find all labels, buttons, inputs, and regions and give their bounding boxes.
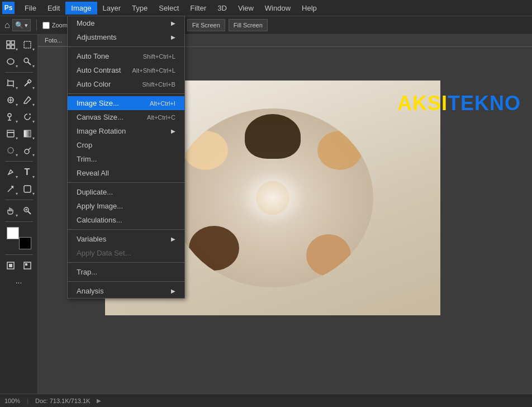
shortcut-auto-tone: Shift+Ctrl+L <box>143 53 175 60</box>
menu-separator-3 <box>68 182 184 183</box>
fill-screen-button[interactable]: Fill Screen <box>229 19 268 31</box>
quick-select-tool[interactable]: ▾ <box>20 54 35 69</box>
svg-rect-18 <box>7 132 14 137</box>
spot-heal-tool[interactable]: ▾ <box>3 92 18 108</box>
menu-separator-1 <box>68 46 184 47</box>
menu-item-variables[interactable]: Variables ▶ <box>68 232 184 246</box>
svg-rect-1 <box>11 41 15 44</box>
tool-divider-4 <box>5 221 33 222</box>
tool-row-10: ▾ <box>3 203 35 219</box>
menu-filter[interactable]: Filter <box>184 2 212 15</box>
menu-file[interactable]: File <box>19 2 42 15</box>
hand-tool[interactable]: ▾ <box>3 203 18 219</box>
watermark-aksi: AKSI <box>397 92 448 115</box>
brush-tool[interactable]: ▾ <box>20 92 35 108</box>
svg-rect-2 <box>7 45 10 49</box>
tool-row-6: ▾ ▾ <box>3 126 35 141</box>
gradient-tool[interactable]: ▾ <box>20 126 35 141</box>
menu-item-auto-tone[interactable]: Auto Tone Shift+Ctrl+L <box>68 49 184 63</box>
svg-rect-30 <box>9 264 12 267</box>
tool-row-2: ▾ ▾ <box>3 54 35 69</box>
menu-item-apply-image[interactable]: Apply Image... <box>68 199 184 213</box>
menu-item-image-size[interactable]: Image Size... Alt+Ctrl+I <box>68 96 184 110</box>
canvas-tab[interactable]: Foto... <box>38 35 69 46</box>
svg-rect-20 <box>24 130 31 137</box>
shape-tool[interactable]: ▾ <box>20 181 35 197</box>
shortcut-auto-color: Shift+Ctrl+B <box>142 81 175 88</box>
menu-item-adjustments[interactable]: Adjustments ▶ <box>68 30 184 44</box>
home-icon[interactable]: ⌂ <box>4 20 10 30</box>
zoom-input-group[interactable]: 🔍 ▾ <box>12 19 31 31</box>
shortcut-auto-contrast: Alt+Shift+Ctrl+L <box>132 67 175 74</box>
eyedropper-tool[interactable]: ▾ <box>20 75 35 91</box>
status-divider: | <box>27 397 28 404</box>
svg-point-17 <box>8 113 11 117</box>
menu-item-auto-contrast[interactable]: Auto Contrast Alt+Shift+Ctrl+L <box>68 63 184 77</box>
extra-tools[interactable]: ··· <box>11 275 27 290</box>
screen-mode-tool[interactable] <box>20 258 35 273</box>
svg-rect-3 <box>11 45 15 49</box>
menu-item-trap[interactable]: Trap... <box>68 265 184 279</box>
blur-tool[interactable]: ▾ <box>3 143 18 158</box>
menu-item-calculations[interactable]: Calculations... <box>68 213 184 227</box>
history-brush-tool[interactable]: ▾ <box>20 109 35 125</box>
selection-tool[interactable]: ▾ <box>20 37 35 53</box>
toolbar-divider-1 <box>36 20 37 31</box>
crop-tool[interactable]: ▾ <box>3 75 18 91</box>
menu-type[interactable]: Type <box>126 2 153 15</box>
svg-line-23 <box>28 148 31 150</box>
svg-point-22 <box>25 149 29 154</box>
shortcut-canvas-size: Alt+Ctrl+C <box>147 114 175 121</box>
menu-3d[interactable]: 3D <box>212 2 232 15</box>
zoom-all-windows-input[interactable] <box>42 22 50 29</box>
fit-screen-button[interactable]: Fit Screen <box>187 19 225 31</box>
svg-rect-24 <box>24 186 31 192</box>
person-bottom-left <box>189 226 239 271</box>
menu-bar: Ps File Edit Image Layer Type Select Fil… <box>0 0 532 16</box>
tool-row-5: ▾ ▾ <box>3 109 35 125</box>
status-bar: 100% | Doc: 713.1K/713.1K ▶ <box>0 394 532 407</box>
menu-help[interactable]: Help <box>296 2 322 15</box>
image-dropdown-menu: Mode ▶ Adjustments ▶ Auto Tone Shift+Ctr… <box>67 16 185 299</box>
path-select-tool[interactable]: ▾ <box>3 181 18 197</box>
tool-divider-1 <box>5 72 33 73</box>
foreground-color[interactable] <box>7 227 19 239</box>
menu-select[interactable]: Select <box>153 2 184 15</box>
status-zoom: 100% <box>4 397 20 404</box>
zoom-tool[interactable] <box>20 203 35 219</box>
menu-item-mode[interactable]: Mode ▶ <box>68 16 184 30</box>
menu-item-analysis[interactable]: Analysis ▶ <box>68 284 184 298</box>
shortcut-image-size: Alt+Ctrl+I <box>150 100 175 107</box>
menu-separator-6 <box>68 281 184 282</box>
move-tool[interactable]: ▾ <box>3 37 18 53</box>
menu-item-image-rotation[interactable]: Image Rotation ▶ <box>68 124 184 138</box>
person-bottom-right <box>306 234 351 276</box>
menu-view[interactable]: View <box>232 2 259 15</box>
tool-row-9: ▾ ▾ <box>3 181 35 197</box>
menu-edit[interactable]: Edit <box>42 2 65 15</box>
menu-item-canvas-size[interactable]: Canvas Size... Alt+Ctrl+C <box>68 110 184 124</box>
menu-item-reveal-all[interactable]: Reveal All <box>68 166 184 180</box>
clone-stamp-tool[interactable]: ▾ <box>3 109 18 125</box>
dodge-tool[interactable]: ▾ <box>20 143 35 158</box>
menu-item-crop[interactable]: Crop <box>68 138 184 152</box>
quick-mask-tool[interactable] <box>3 258 18 273</box>
background-color[interactable] <box>19 237 31 249</box>
lasso-tool[interactable]: ▾ <box>3 54 18 69</box>
menu-item-duplicate[interactable]: Duplicate... <box>68 185 184 199</box>
color-swatches[interactable] <box>7 227 31 249</box>
menu-window[interactable]: Window <box>259 2 296 15</box>
pen-tool[interactable]: ▾ <box>3 164 18 180</box>
status-nav-arrow[interactable]: ▶ <box>97 397 101 404</box>
menu-image[interactable]: Image <box>65 2 97 15</box>
submenu-arrow-mode: ▶ <box>171 20 175 26</box>
tool-row-3: ▾ ▾ <box>3 75 35 91</box>
menu-item-trim[interactable]: Trim... <box>68 152 184 166</box>
svg-point-21 <box>8 148 13 153</box>
text-tool[interactable]: T ▾ <box>20 164 35 180</box>
eraser-tool[interactable]: ▾ <box>3 126 18 141</box>
menu-layer[interactable]: Layer <box>97 2 127 15</box>
menu-item-auto-color[interactable]: Auto Color Shift+Ctrl+B <box>68 77 184 91</box>
app-logo: Ps <box>2 2 15 14</box>
svg-point-6 <box>24 58 28 63</box>
